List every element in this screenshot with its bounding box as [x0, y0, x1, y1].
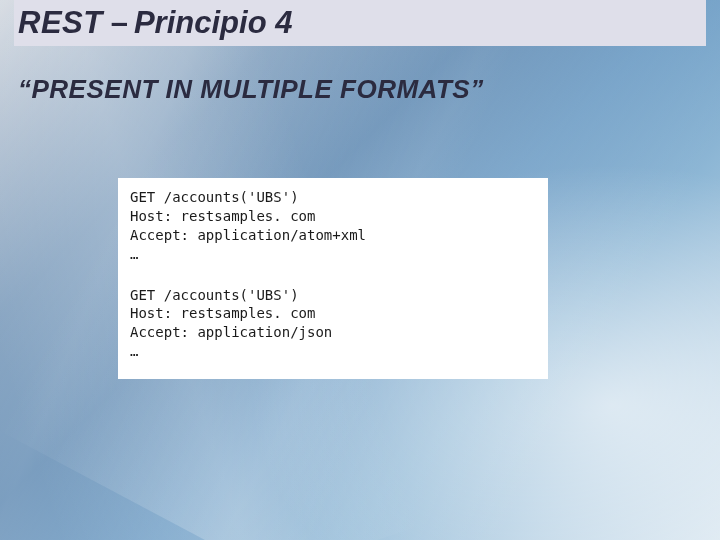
http-request-block: GET /accounts('UBS') Host: restsamples. … — [130, 286, 536, 362]
code-line: … — [130, 245, 536, 264]
code-line: Accept: application/atom+xml — [130, 226, 536, 245]
code-line: GET /accounts('UBS') — [130, 188, 536, 207]
code-line: Host: restsamples. com — [130, 207, 536, 226]
slide-title-bar: REST – Principio 4 — [14, 0, 706, 46]
code-example-box: GET /accounts('UBS') Host: restsamples. … — [118, 178, 548, 379]
slide-subtitle: “PRESENT IN MULTIPLE FORMATS” — [18, 74, 484, 105]
code-line: Accept: application/json — [130, 323, 536, 342]
code-line: GET /accounts('UBS') — [130, 286, 536, 305]
title-rest: REST — [18, 5, 103, 41]
title-principio: Principio 4 — [134, 5, 292, 41]
code-line: Host: restsamples. com — [130, 304, 536, 323]
code-line: … — [130, 342, 536, 361]
title-dash: – — [103, 5, 134, 41]
http-request-block: GET /accounts('UBS') Host: restsamples. … — [130, 188, 536, 264]
